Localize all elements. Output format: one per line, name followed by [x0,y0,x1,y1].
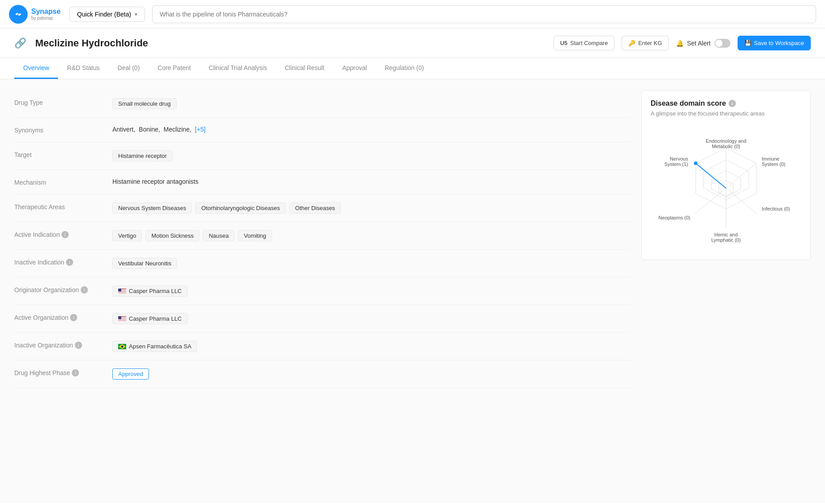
active-org-info-icon[interactable]: i [70,314,77,321]
tab-core-patent[interactable]: Core Patent [148,58,200,79]
active-indication-value: Vertigo Motion Sickness Nausea Vomiting [112,230,631,241]
svg-rect-10 [118,289,121,292]
ai-tag-2: Motion Sickness [145,230,199,241]
tab-approval[interactable]: Approval [333,58,375,79]
start-compare-button[interactable]: U5 Start Compare [553,36,615,50]
svg-line-27 [726,163,756,188]
inactive-org-info-icon[interactable]: i [75,342,82,349]
drug-icon: 🔗 [14,37,26,49]
synonyms-label: Synonyms [14,126,112,134]
inactive-indication-info-icon[interactable]: i [66,259,73,266]
kg-icon: 🔑 [628,40,635,46]
svg-text:Infectious (0): Infectious (0) [762,206,790,211]
mechanism-label: Mechanism [14,178,112,186]
tab-deal[interactable]: Deal (0) [109,58,149,79]
set-alert-group: 🔔 Set Alert [676,39,730,48]
right-panel: Disease domain score i A glimpse into th… [641,90,811,492]
quick-finder-label: Quick Finder (Beta) [77,11,131,18]
logo-text: Synapse by patsnap [31,7,61,21]
svg-point-43 [694,161,697,165]
therapeutic-areas-value: Nervous System Diseases Otorhinolaryngol… [112,202,631,214]
tab-rd-status[interactable]: R&D Status [58,58,108,79]
compare-label: Start Compare [570,40,608,46]
svg-rect-16 [118,320,126,321]
main-content: Drug Type Small molecule drug Synonyms A… [0,79,825,503]
target-tag: Histamine receptor [112,150,173,161]
svg-rect-8 [118,293,126,293]
synonyms-more[interactable]: [+5] [195,126,206,133]
logo-title: Synapse [31,7,61,16]
ta-tag-1: Nervous System Diseases [112,202,192,214]
svg-text:Immune: Immune [762,156,780,161]
svg-point-2 [19,13,21,15]
ta-tag-2: Otorhinolaryngologic Diseases [195,202,285,214]
tab-clinical-result[interactable]: Clinical Result [276,58,334,79]
logo-area: Synapse by patsnap [9,5,61,24]
logo-subtitle: by patsnap [31,16,61,21]
synonyms-row: Synonyms Antivert, Bonine, Meclizine, [+… [14,118,631,142]
mechanism-text: Histamine receptor antagonists [112,178,198,185]
svg-text:Hemic and: Hemic and [714,232,738,237]
svg-text:System (0): System (0) [762,161,785,167]
inactive-indication-value: Vestibular Neuronitis [112,258,631,269]
therapeutic-areas-label: Therapeutic Areas [14,202,112,211]
tab-bar: Overview R&D Status Deal (0) Core Patent… [0,58,825,79]
svg-text:Nervous: Nervous [670,156,688,161]
disease-domain-info-icon[interactable]: i [729,100,736,107]
active-indication-row: Active Indication i Vertigo Motion Sickn… [14,222,631,250]
enter-kg-button[interactable]: 🔑 Enter KG [622,36,668,50]
active-org-row: Active Organization i Casper Phar [14,305,631,333]
svg-text:Lymphatic (0): Lymphatic (0) [711,237,741,243]
left-panel: Drug Type Small molecule drug Synonyms A… [14,90,631,492]
inactive-org-row: Inactive Organization i Apsen Farmacêuti… [14,333,631,360]
drug-title: Meclizine Hydrochloride [35,37,546,49]
active-org-label: Active Organization i [14,313,112,321]
ta-tag-3: Other Diseases [289,202,341,214]
synonym-2: Bonine, [139,126,160,133]
drug-phase-info-icon[interactable]: i [72,369,79,376]
active-indication-info-icon[interactable]: i [62,231,69,238]
svg-rect-18 [118,316,121,319]
synapse-logo-icon [9,5,28,24]
originator-org-info-icon[interactable]: i [81,286,88,293]
tab-clinical-trial[interactable]: Clinical Trial Analysis [200,58,276,79]
target-label: Target [14,150,112,158]
tab-regulation[interactable]: Regulation (0) [376,58,433,79]
drug-highest-phase-row: Drug Highest Phase i Approved [14,360,631,388]
svg-rect-7 [118,292,126,293]
synonym-3: Meclizine, [164,126,191,133]
drug-type-value: Small molecule drug [112,98,631,109]
ai-tag-4: Vomiting [238,230,272,241]
search-input[interactable] [152,5,816,23]
drug-highest-phase-value: Approved [112,368,631,380]
us-flag-icon-2 [118,316,126,322]
inactive-indication-row: Inactive Indication i Vestibular Neuroni… [14,250,631,277]
navbar: Synapse by patsnap Quick Finder (Beta) ▾ [0,0,825,29]
header-actions: U5 Start Compare 🔑 Enter KG 🔔 Set Alert … [553,36,811,50]
svg-text:Neoplasms (0): Neoplasms (0) [658,215,690,220]
quick-finder-button[interactable]: Quick Finder (Beta) ▾ [70,7,145,22]
radar-chart-container: Endocrinology and Metabolic (0) Immune S… [651,126,801,251]
svg-marker-32 [696,163,726,188]
svg-point-1 [16,13,17,15]
alert-label: Set Alert [687,40,711,47]
therapeutic-areas-row: Therapeutic Areas Nervous System Disease… [14,194,631,222]
active-org-value: Casper Pharma LLC [112,313,631,324]
br-flag-icon [118,344,126,349]
drug-type-label: Drug Type [14,98,112,106]
svg-text:System (1): System (1) [664,161,688,167]
disease-domain-title: Disease domain score i [651,99,801,107]
mechanism-row: Mechanism Histamine receptor antagonists [14,170,631,194]
save-workspace-button[interactable]: 💾 Save to Workspace [738,36,811,50]
active-indication-label: Active Indication i [14,230,112,238]
alert-toggle[interactable] [714,39,730,48]
drug-type-row: Drug Type Small molecule drug [14,90,631,118]
svg-point-21 [121,345,124,347]
mechanism-value: Histamine receptor antagonists [112,178,631,185]
ai-tag-1: Vertigo [112,230,142,241]
kg-label: Enter KG [638,40,662,46]
synonym-1: Antivert, [112,126,135,133]
inactive-org-label: Inactive Organization i [14,341,112,349]
originator-org-label: Originator Organization i [14,285,112,293]
tab-overview[interactable]: Overview [14,58,58,79]
